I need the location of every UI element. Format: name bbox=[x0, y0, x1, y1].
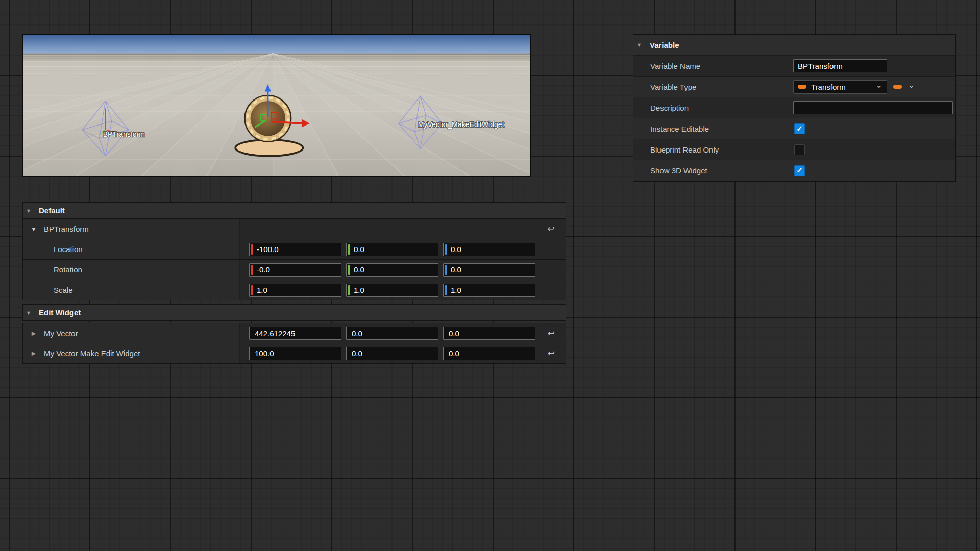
section-title: Edit Widget bbox=[39, 308, 81, 317]
z-axis-color-strip bbox=[445, 244, 447, 255]
location-z-input[interactable]: 0.0 bbox=[443, 243, 535, 256]
variable-type-label: Variable Type bbox=[633, 83, 793, 91]
property-label: Scale bbox=[54, 286, 73, 294]
rotation-z-input[interactable]: 0.0 bbox=[443, 263, 535, 277]
preview-viewport[interactable]: BPTransform MyVector_MakeEditWidget bbox=[22, 34, 531, 177]
scale-x-input[interactable]: 1.0 bbox=[249, 284, 341, 297]
blueprint-defaults-panel: ▼ Default ▼ BPTransform ↩ Location -100.… bbox=[22, 202, 566, 364]
variable-name-row: Variable Name bbox=[633, 56, 955, 77]
y-axis-color-strip bbox=[348, 285, 350, 295]
show-3d-widget-row: Show 3D Widget ✓ bbox=[633, 160, 955, 181]
my-vector-make-edit-widget-row[interactable]: ▶ My Vector Make Edit Widget 100.0 0.0 0… bbox=[22, 343, 566, 364]
x-axis-color-strip bbox=[251, 244, 253, 255]
z-axis-color-strip bbox=[445, 285, 447, 295]
my-vector-make-edit-widget-x-input[interactable]: 100.0 bbox=[249, 347, 341, 360]
expand-arrow-icon[interactable]: ▶ bbox=[28, 330, 39, 337]
transform-type-pill-icon bbox=[798, 85, 806, 89]
chevron-down-icon: ⌄ bbox=[876, 83, 883, 88]
location-x-input[interactable]: -100.0 bbox=[249, 243, 341, 256]
y-axis-color-strip bbox=[348, 244, 350, 255]
collapse-arrow-icon: ▼ bbox=[23, 310, 34, 316]
z-axis-color-strip bbox=[445, 265, 447, 275]
reset-to-default-button[interactable]: ↩ bbox=[547, 328, 554, 339]
variable-section-header[interactable]: ▼ Variable bbox=[633, 35, 955, 56]
section-edit-widget[interactable]: ▼ Edit Widget bbox=[22, 304, 566, 321]
my-vector-y-input[interactable]: 0.0 bbox=[346, 327, 438, 340]
variable-details-panel: ▼ Variable Variable Name Variable Type T… bbox=[633, 34, 956, 182]
widget-label-bptransform: BPTransform bbox=[103, 130, 145, 138]
section-title: Default bbox=[39, 206, 65, 215]
property-label: BPTransform bbox=[44, 224, 89, 233]
check-icon: ✓ bbox=[796, 166, 803, 175]
rotation-x-input[interactable]: -0.0 bbox=[249, 263, 341, 277]
property-label: Rotation bbox=[54, 265, 82, 274]
widget-label-myvector: MyVector_MakeEditWidget bbox=[418, 120, 504, 129]
blueprint-read-only-label: Blueprint Read Only bbox=[633, 145, 793, 154]
my-vector-make-edit-widget-y-input[interactable]: 0.0 bbox=[346, 347, 438, 360]
blueprint-read-only-row: Blueprint Read Only bbox=[633, 139, 955, 160]
description-input[interactable] bbox=[793, 101, 953, 114]
instance-editable-label: Instance Editable bbox=[633, 124, 793, 133]
location-y-input[interactable]: 0.0 bbox=[346, 243, 438, 256]
bptransform-property-row[interactable]: ▼ BPTransform ↩ bbox=[22, 219, 566, 239]
y-axis-color-strip bbox=[348, 265, 350, 275]
variable-type-value: Transform bbox=[811, 83, 876, 91]
description-label: Description bbox=[633, 104, 793, 112]
single-variable-pill-icon bbox=[893, 85, 902, 89]
variable-name-input[interactable] bbox=[793, 59, 887, 72]
show-3d-widget-label: Show 3D Widget bbox=[633, 166, 793, 175]
instance-editable-row: Instance Editable ✓ bbox=[633, 118, 955, 139]
sky bbox=[23, 35, 530, 54]
variable-type-row: Variable Type Transform ⌄ ⌄ bbox=[633, 77, 955, 97]
reset-to-default-button[interactable]: ↩ bbox=[547, 348, 554, 359]
check-icon: ✓ bbox=[796, 124, 803, 133]
my-vector-make-edit-widget-z-input[interactable]: 0.0 bbox=[443, 347, 535, 360]
expand-arrow-icon[interactable]: ▶ bbox=[28, 350, 39, 357]
viewport-3d-scene: BPTransform MyVector_MakeEditWidget bbox=[23, 35, 530, 176]
instance-editable-checkbox[interactable]: ✓ bbox=[794, 123, 805, 134]
property-label: My Vector bbox=[44, 329, 78, 338]
blueprint-graph-background[interactable]: BPTransform MyVector_MakeEditWidget ▼ Va… bbox=[0, 0, 980, 551]
my-vector-x-input[interactable]: 442.612245 bbox=[249, 327, 341, 340]
container-type-dropdown[interactable]: ⌄ bbox=[891, 80, 917, 94]
rotation-y-input[interactable]: 0.0 bbox=[346, 263, 438, 277]
x-axis-color-strip bbox=[251, 265, 253, 275]
my-vector-z-input[interactable]: 0.0 bbox=[443, 327, 535, 340]
rotation-row: Rotation -0.0 0.0 0.0 bbox=[22, 260, 566, 280]
property-label: Location bbox=[54, 245, 83, 254]
variable-section-title: Variable bbox=[650, 41, 679, 49]
location-row: Location -100.0 0.0 0.0 bbox=[22, 239, 566, 260]
property-label: My Vector Make Edit Widget bbox=[44, 349, 140, 358]
variable-type-dropdown[interactable]: Transform ⌄ bbox=[793, 80, 887, 94]
section-default[interactable]: ▼ Default bbox=[22, 202, 566, 219]
show-3d-widget-checkbox[interactable]: ✓ bbox=[794, 165, 805, 176]
my-vector-row[interactable]: ▶ My Vector 442.612245 0.0 0.0 ↩ bbox=[22, 323, 566, 343]
blueprint-read-only-checkbox[interactable] bbox=[794, 144, 805, 155]
expand-arrow-icon[interactable]: ▼ bbox=[28, 226, 39, 232]
variable-name-label: Variable Name bbox=[633, 62, 793, 70]
collapse-arrow-icon: ▼ bbox=[23, 208, 34, 214]
x-axis-color-strip bbox=[251, 285, 253, 295]
chevron-down-icon: ⌄ bbox=[908, 83, 915, 88]
collapse-arrow-icon: ▼ bbox=[633, 42, 645, 48]
scale-z-input[interactable]: 1.0 bbox=[443, 284, 535, 297]
reset-to-default-button[interactable]: ↩ bbox=[547, 223, 554, 234]
scale-y-input[interactable]: 1.0 bbox=[346, 284, 438, 297]
description-row: Description bbox=[633, 97, 955, 118]
scale-row: Scale 1.0 1.0 1.0 bbox=[22, 280, 566, 300]
